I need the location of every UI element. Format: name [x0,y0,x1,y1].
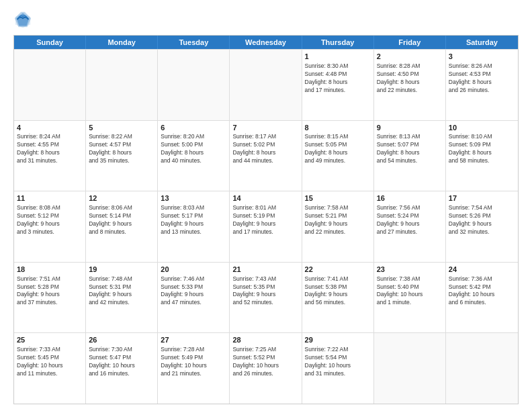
calendar-cell: 25Sunrise: 7:33 AM Sunset: 5:45 PM Dayli… [14,333,86,404]
day-number: 18 [17,265,83,275]
calendar-cell: 17Sunrise: 7:54 AM Sunset: 5:26 PM Dayli… [446,191,518,262]
calendar-row: 11Sunrise: 8:08 AM Sunset: 5:12 PM Dayli… [14,191,518,262]
day-number: 4 [17,123,83,133]
day-number: 10 [449,123,515,133]
sun-info: Sunrise: 7:22 AM Sunset: 5:54 PM Dayligh… [305,346,371,378]
calendar-cell: 9Sunrise: 8:13 AM Sunset: 5:07 PM Daylig… [374,121,446,191]
sun-info: Sunrise: 7:54 AM Sunset: 5:26 PM Dayligh… [449,204,515,236]
calendar-cell: 14Sunrise: 8:01 AM Sunset: 5:19 PM Dayli… [230,191,302,262]
calendar-cell: 8Sunrise: 8:15 AM Sunset: 5:05 PM Daylig… [302,121,374,191]
sun-info: Sunrise: 8:08 AM Sunset: 5:12 PM Dayligh… [17,204,83,236]
weekday-header: Friday [374,36,446,49]
sun-info: Sunrise: 7:43 AM Sunset: 5:35 PM Dayligh… [232,275,298,308]
calendar-cell [230,50,302,120]
day-number: 23 [377,265,443,275]
day-number: 28 [232,335,298,345]
calendar-cell: 21Sunrise: 7:43 AM Sunset: 5:35 PM Dayli… [230,263,302,333]
day-number: 7 [232,123,298,133]
sun-info: Sunrise: 8:30 AM Sunset: 4:48 PM Dayligh… [305,62,371,95]
day-number: 5 [89,123,154,133]
weekday-header: Tuesday [158,36,230,49]
day-number: 2 [377,52,443,62]
calendar-cell: 28Sunrise: 7:25 AM Sunset: 5:52 PM Dayli… [230,333,302,404]
day-number: 17 [449,193,515,203]
logo [13,11,35,30]
calendar-cell: 19Sunrise: 7:48 AM Sunset: 5:31 PM Dayli… [86,263,158,333]
calendar-cell: 12Sunrise: 8:06 AM Sunset: 5:14 PM Dayli… [86,191,158,262]
calendar-cell: 13Sunrise: 8:03 AM Sunset: 5:17 PM Dayli… [158,191,230,262]
day-number: 25 [17,335,83,345]
logo-icon [13,11,32,30]
day-number: 12 [89,193,154,203]
calendar-cell [86,50,158,120]
calendar-cell: 6Sunrise: 8:20 AM Sunset: 5:00 PM Daylig… [158,121,230,191]
calendar-cell: 2Sunrise: 8:28 AM Sunset: 4:50 PM Daylig… [374,50,446,120]
sun-info: Sunrise: 7:28 AM Sunset: 5:49 PM Dayligh… [161,346,226,378]
sun-info: Sunrise: 7:30 AM Sunset: 5:47 PM Dayligh… [89,346,154,378]
weekday-header: Saturday [446,36,518,49]
calendar-body: 1Sunrise: 8:30 AM Sunset: 4:48 PM Daylig… [14,49,518,404]
sun-info: Sunrise: 8:15 AM Sunset: 5:05 PM Dayligh… [305,133,371,165]
sun-info: Sunrise: 7:46 AM Sunset: 5:33 PM Dayligh… [161,275,226,308]
calendar-header: SundayMondayTuesdayWednesdayThursdayFrid… [14,36,518,49]
calendar-cell: 7Sunrise: 8:17 AM Sunset: 5:02 PM Daylig… [230,121,302,191]
calendar-cell: 18Sunrise: 7:51 AM Sunset: 5:28 PM Dayli… [14,263,86,333]
calendar-cell [158,50,230,120]
calendar-cell: 20Sunrise: 7:46 AM Sunset: 5:33 PM Dayli… [158,263,230,333]
day-number: 22 [305,265,371,275]
sun-info: Sunrise: 7:33 AM Sunset: 5:45 PM Dayligh… [17,346,83,378]
calendar: SundayMondayTuesdayWednesdayThursdayFrid… [13,35,519,404]
calendar-cell [446,333,518,404]
calendar-row: 1Sunrise: 8:30 AM Sunset: 4:48 PM Daylig… [14,49,518,120]
day-number: 26 [89,335,154,345]
calendar-cell: 1Sunrise: 8:30 AM Sunset: 4:48 PM Daylig… [302,50,374,120]
sun-info: Sunrise: 8:28 AM Sunset: 4:50 PM Dayligh… [377,62,443,95]
calendar-cell: 16Sunrise: 7:56 AM Sunset: 5:24 PM Dayli… [374,191,446,262]
calendar-cell: 24Sunrise: 7:36 AM Sunset: 5:42 PM Dayli… [446,263,518,333]
day-number: 29 [305,335,371,345]
header [13,11,519,30]
day-number: 1 [305,52,371,62]
sun-info: Sunrise: 7:41 AM Sunset: 5:38 PM Dayligh… [305,275,371,308]
sun-info: Sunrise: 8:20 AM Sunset: 5:00 PM Dayligh… [161,133,226,165]
sun-info: Sunrise: 8:24 AM Sunset: 4:55 PM Dayligh… [17,133,83,165]
calendar-cell: 22Sunrise: 7:41 AM Sunset: 5:38 PM Dayli… [302,263,374,333]
day-number: 3 [449,52,515,62]
calendar-cell: 26Sunrise: 7:30 AM Sunset: 5:47 PM Dayli… [86,333,158,404]
calendar-cell: 4Sunrise: 8:24 AM Sunset: 4:55 PM Daylig… [14,121,86,191]
weekday-header: Wednesday [230,36,302,49]
day-number: 8 [305,123,371,133]
calendar-cell [374,333,446,404]
day-number: 15 [305,193,371,203]
sun-info: Sunrise: 8:13 AM Sunset: 5:07 PM Dayligh… [377,133,443,165]
day-number: 9 [377,123,443,133]
sun-info: Sunrise: 7:36 AM Sunset: 5:42 PM Dayligh… [449,275,515,308]
calendar-cell: 29Sunrise: 7:22 AM Sunset: 5:54 PM Dayli… [302,333,374,404]
day-number: 24 [449,265,515,275]
sun-info: Sunrise: 8:17 AM Sunset: 5:02 PM Dayligh… [232,133,298,165]
day-number: 14 [232,193,298,203]
sun-info: Sunrise: 7:25 AM Sunset: 5:52 PM Dayligh… [232,346,298,378]
sun-info: Sunrise: 8:26 AM Sunset: 4:53 PM Dayligh… [449,62,515,95]
day-number: 20 [161,265,226,275]
day-number: 27 [161,335,226,345]
day-number: 19 [89,265,154,275]
calendar-cell: 11Sunrise: 8:08 AM Sunset: 5:12 PM Dayli… [14,191,86,262]
calendar-cell: 3Sunrise: 8:26 AM Sunset: 4:53 PM Daylig… [446,50,518,120]
day-number: 16 [377,193,443,203]
sun-info: Sunrise: 8:10 AM Sunset: 5:09 PM Dayligh… [449,133,515,165]
sun-info: Sunrise: 8:01 AM Sunset: 5:19 PM Dayligh… [232,204,298,236]
sun-info: Sunrise: 8:22 AM Sunset: 4:57 PM Dayligh… [89,133,154,165]
calendar-cell: 5Sunrise: 8:22 AM Sunset: 4:57 PM Daylig… [86,121,158,191]
weekday-header: Sunday [14,36,86,49]
calendar-cell [14,50,86,120]
calendar-cell: 15Sunrise: 7:58 AM Sunset: 5:21 PM Dayli… [302,191,374,262]
sun-info: Sunrise: 7:48 AM Sunset: 5:31 PM Dayligh… [89,275,154,308]
sun-info: Sunrise: 7:58 AM Sunset: 5:21 PM Dayligh… [305,204,371,236]
day-number: 21 [232,265,298,275]
sun-info: Sunrise: 7:38 AM Sunset: 5:40 PM Dayligh… [377,275,443,308]
calendar-row: 25Sunrise: 7:33 AM Sunset: 5:45 PM Dayli… [14,332,518,404]
weekday-header: Monday [86,36,158,49]
day-number: 11 [17,193,83,203]
sun-info: Sunrise: 8:06 AM Sunset: 5:14 PM Dayligh… [89,204,154,236]
